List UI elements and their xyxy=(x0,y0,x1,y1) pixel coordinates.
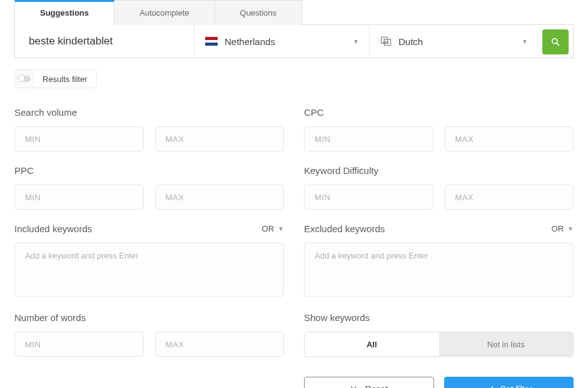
filter-actions: Reset Set filter xyxy=(304,377,574,388)
cpc-max[interactable] xyxy=(445,126,574,151)
keyword-input[interactable] xyxy=(15,25,194,58)
country-select-value: Netherlands xyxy=(225,36,353,47)
results-filter-row: Results filter xyxy=(14,69,574,88)
tab-suggestions[interactable]: Suggestions xyxy=(14,0,114,25)
filter-number-of-words: Number of words xyxy=(14,312,284,357)
filter-label: Keyword Difficulty xyxy=(304,165,378,176)
filter-label: Included keywords xyxy=(14,223,92,234)
country-select[interactable]: Netherlands ▼ xyxy=(194,25,369,58)
filter-label: Search volume xyxy=(14,107,77,118)
tab-autocomplete[interactable]: Autocomplete xyxy=(114,0,215,25)
chevron-down-icon: ▼ xyxy=(278,225,284,232)
excluded-logic-select[interactable]: OR ▼ xyxy=(552,224,574,233)
num-words-max[interactable] xyxy=(155,332,285,357)
filter-show-keywords: Show keywords All Not in lists xyxy=(304,312,574,357)
logic-value: OR xyxy=(262,224,275,233)
svg-line-3 xyxy=(557,43,559,46)
button-label: Reset xyxy=(365,384,388,388)
filter-keyword-difficulty: Keyword Difficulty xyxy=(304,165,574,210)
filter-label: CPC xyxy=(304,107,324,118)
filter-ppc: PPC xyxy=(14,165,284,210)
logic-value: OR xyxy=(552,224,564,233)
set-filter-button[interactable]: Set filter xyxy=(444,377,574,388)
filter-label: Show keywords xyxy=(304,312,370,323)
reset-button[interactable]: Reset xyxy=(304,377,434,388)
ppc-max[interactable] xyxy=(155,185,285,210)
show-keywords-all[interactable]: All xyxy=(305,332,439,356)
language-select-value: Dutch xyxy=(398,36,522,47)
chevron-down-icon: ▼ xyxy=(353,38,359,45)
seg-label: Not in lists xyxy=(487,340,525,349)
check-icon xyxy=(485,385,494,388)
flag-nl-icon xyxy=(205,36,218,46)
search-volume-min[interactable] xyxy=(14,126,144,151)
tabs: Suggestions Autocomplete Questions xyxy=(14,0,574,25)
tab-questions[interactable]: Questions xyxy=(215,0,303,25)
toggle-switch[interactable] xyxy=(15,69,34,88)
num-words-min[interactable] xyxy=(14,332,144,357)
keyword-difficulty-min[interactable] xyxy=(304,185,433,210)
filter-search-volume: Search volume xyxy=(14,107,284,151)
show-keywords-segmented: All Not in lists xyxy=(304,332,574,357)
filter-cpc: CPC xyxy=(304,107,574,151)
search-button[interactable] xyxy=(542,29,569,54)
results-filter-toggle[interactable]: Results filter xyxy=(14,69,97,88)
seg-label: All xyxy=(367,340,377,349)
cpc-min[interactable] xyxy=(304,126,433,151)
ppc-min[interactable] xyxy=(14,185,144,210)
results-filter-label: Results filter xyxy=(34,74,96,84)
filters-grid: Search volume CPC PPC Keyword Difficulty xyxy=(14,107,574,388)
search-row: Netherlands ▼ Dutch ▼ xyxy=(14,24,574,58)
chevron-down-icon: ▼ xyxy=(522,38,528,45)
show-keywords-not-in-lists[interactable]: Not in lists xyxy=(439,332,574,356)
filter-label: Number of words xyxy=(14,312,86,323)
close-icon xyxy=(350,385,358,388)
search-volume-max[interactable] xyxy=(155,126,285,151)
chevron-down-icon: ▼ xyxy=(567,225,574,232)
filter-included-keywords: Included keywords OR ▼ xyxy=(14,223,284,299)
tab-label: Questions xyxy=(240,8,277,18)
language-icon xyxy=(380,35,392,48)
filter-label: Excluded keywords xyxy=(304,223,385,234)
filter-label: PPC xyxy=(14,165,34,176)
included-logic-select[interactable]: OR ▼ xyxy=(262,224,284,233)
search-icon xyxy=(550,37,560,47)
excluded-keywords-input[interactable] xyxy=(304,243,574,297)
language-select[interactable]: Dutch ▼ xyxy=(369,25,538,58)
tab-label: Suggestions xyxy=(40,8,89,18)
filter-excluded-keywords: Excluded keywords OR ▼ xyxy=(304,223,574,299)
included-keywords-input[interactable] xyxy=(14,243,284,297)
keyword-difficulty-max[interactable] xyxy=(445,185,574,210)
tab-label: Autocomplete xyxy=(139,8,190,18)
button-label: Set filter xyxy=(500,384,532,388)
